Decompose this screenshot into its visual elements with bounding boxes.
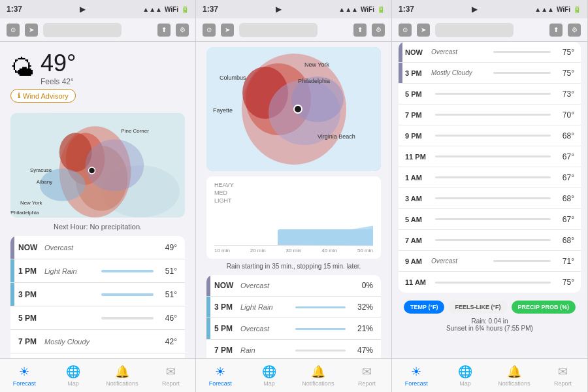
precip-pct: 47% — [350, 346, 373, 355]
feels-like-1: Feels 42° — [41, 77, 76, 86]
nav-bar-1: ⊙ ➤ ⬆ ⚙ — [0, 18, 195, 42]
panel-3: 1:37 ▶ ▲▲▲ WiFi 🔋 ⊙ ➤ ⬆ ⚙ NOW Overcast 7 — [392, 0, 588, 392]
search-bar-1[interactable] — [43, 23, 122, 37]
precip-chart-2: HEAVY MED LIGHT — [206, 176, 381, 259]
search-bar-2[interactable] — [239, 23, 318, 37]
hour-bar — [435, 135, 551, 137]
hour-temp: 49° — [157, 243, 177, 252]
tab-label-report-3: Report — [554, 380, 572, 387]
tab-map-3[interactable]: 🌐 Map — [441, 365, 490, 387]
tab-label-map-1: Map — [67, 380, 79, 387]
rain-map-2[interactable]: Columbus Fayette New York Philadelphia V… — [206, 47, 381, 171]
tab-map-1[interactable]: 🌐 Map — [49, 365, 98, 387]
advisory-badge-1[interactable]: ℹ Wind Advisory — [10, 89, 76, 103]
p3-row-11: 11 AM 75° — [399, 272, 581, 293]
tab-report-3[interactable]: ✉ Report — [538, 365, 587, 387]
hour-label: 7 PM — [405, 111, 431, 119]
hour-temp: 68° — [555, 194, 574, 203]
temp-btn-3[interactable]: TEMP (°F) — [404, 301, 444, 314]
tab-notifications-2[interactable]: 🔔 Notifications — [294, 365, 343, 387]
tab-forecast-3[interactable]: ☀ Forecast — [392, 365, 441, 387]
status-bar-3: 1:37 ▶ ▲▲▲ WiFi 🔋 — [392, 0, 587, 18]
search-bar-3[interactable] — [435, 23, 514, 37]
p3-row-7: 3 AM 68° — [399, 188, 581, 209]
tab-label-map-3: Map — [459, 380, 471, 387]
hour-label: 3 PM — [18, 290, 44, 299]
feels-like-btn-3[interactable]: FEELS-LIKE (°F) — [448, 301, 507, 314]
tab-notifications-3[interactable]: 🔔 Notifications — [490, 365, 539, 387]
hour-temp: 73° — [555, 90, 574, 99]
hour-temp: 68° — [555, 236, 574, 245]
location-nav-icon-1[interactable]: ➤ — [25, 24, 38, 37]
hourly-list-1: NOW Overcast 49° 1 PM Light Rain 51° 3 P… — [10, 236, 185, 358]
hour-label: 11 AM — [405, 278, 431, 286]
p3-row-9: 7 AM 68° — [399, 230, 581, 251]
search-icon-1[interactable]: ⊙ — [7, 24, 20, 37]
tab-report-1[interactable]: ✉ Report — [146, 365, 195, 387]
chart-area-2 — [214, 206, 373, 246]
tab-forecast-2[interactable]: ☀ Forecast — [196, 365, 245, 387]
temperature-1: 49° — [41, 50, 76, 77]
precip-btn-3[interactable]: PRECIP PROB (%) — [512, 301, 576, 314]
svg-text:Virginia Beach: Virginia Beach — [318, 133, 355, 140]
hour-desc: Mostly Cloudy — [431, 69, 489, 76]
y-label-light: LIGHT — [214, 197, 373, 204]
hour-bar — [435, 239, 551, 241]
panel-3-content: NOW Overcast 75° 3 PM Mostly Cloudy 75° … — [392, 42, 587, 358]
tab-report-2[interactable]: ✉ Report — [342, 365, 391, 387]
search-icon-3[interactable]: ⊙ — [399, 24, 412, 37]
hourly-item-1-2: 3 PM 51° — [10, 283, 185, 306]
p3-row-8: 5 AM 67° — [399, 209, 581, 230]
location-nav-icon-2[interactable]: ➤ — [221, 24, 234, 37]
weather-map-1[interactable]: Syracuse Albany New York Philadelphia Pi… — [10, 113, 185, 218]
advisory-icon-1: ℹ — [18, 91, 20, 100]
notif-icon-1: 🔔 — [115, 365, 129, 379]
notif-icon-2: 🔔 — [311, 365, 325, 379]
hour-bar — [435, 93, 551, 95]
svg-text:New York: New York — [304, 61, 330, 68]
hour-temp: 71° — [555, 257, 574, 266]
p3-row-4: 9 PM 68° — [399, 125, 581, 146]
notif-icon-3: 🔔 — [507, 365, 521, 379]
precip-pct: 21% — [350, 324, 373, 333]
hour-label: 5 PM — [214, 324, 240, 333]
hourly-item-1-4: 7 PM Mostly Cloudy 42° — [10, 330, 185, 353]
p3-row-3: 7 PM 70° — [399, 105, 581, 125]
nav-left-3: ⊙ ➤ — [399, 23, 514, 37]
tab-map-2[interactable]: 🌐 Map — [245, 365, 294, 387]
hour-desc: Overcast — [431, 257, 489, 265]
svg-text:Columbus: Columbus — [220, 74, 246, 81]
forecast-icon-3: ☀ — [411, 365, 421, 379]
tab-label-report-2: Report — [358, 380, 376, 387]
hour-label: NOW — [405, 48, 431, 56]
hour-bar — [295, 306, 346, 308]
hour-temp: 46° — [157, 314, 177, 323]
tab-label-forecast-2: Forecast — [209, 380, 232, 387]
location-icon: ▶ — [80, 5, 85, 14]
svg-point-6 — [86, 139, 144, 191]
location-nav-icon-3[interactable]: ➤ — [417, 24, 430, 37]
svg-text:Albany: Albany — [37, 179, 52, 185]
share-icon-3[interactable]: ⬆ — [549, 24, 563, 37]
time-3: 1:37 — [399, 5, 414, 14]
hour-bar — [295, 328, 346, 330]
share-icon-1[interactable]: ⬆ — [157, 24, 171, 37]
tab-notifications-1[interactable]: 🔔 Notifications — [98, 365, 147, 387]
svg-text:Philadelphia: Philadelphia — [298, 78, 330, 84]
hour-bar — [101, 317, 154, 319]
share-icon-2[interactable]: ⬆ — [353, 24, 367, 37]
rain-map-svg-2: Columbus Fayette New York Philadelphia V… — [206, 47, 381, 171]
settings-icon-1[interactable]: ⚙ — [176, 24, 189, 37]
hour-bar — [295, 350, 346, 351]
panel-2: 1:37 ▶ ▲▲▲ WiFi 🔋 ⊙ ➤ ⬆ ⚙ — [196, 0, 392, 392]
status-icons-2: ▲▲▲ WiFi 🔋 — [338, 6, 385, 13]
hour-label: 5 PM — [18, 314, 44, 323]
hour-bar — [435, 155, 551, 157]
hour-label: 11 PM — [405, 153, 431, 161]
hour-label: 3 PM — [405, 69, 431, 77]
tab-forecast-1[interactable]: ☀ Forecast — [0, 365, 49, 387]
settings-icon-3[interactable]: ⚙ — [568, 24, 581, 37]
search-icon-2[interactable]: ⊙ — [203, 24, 216, 37]
hour-temp: 67° — [555, 152, 574, 161]
settings-icon-2[interactable]: ⚙ — [372, 24, 385, 37]
